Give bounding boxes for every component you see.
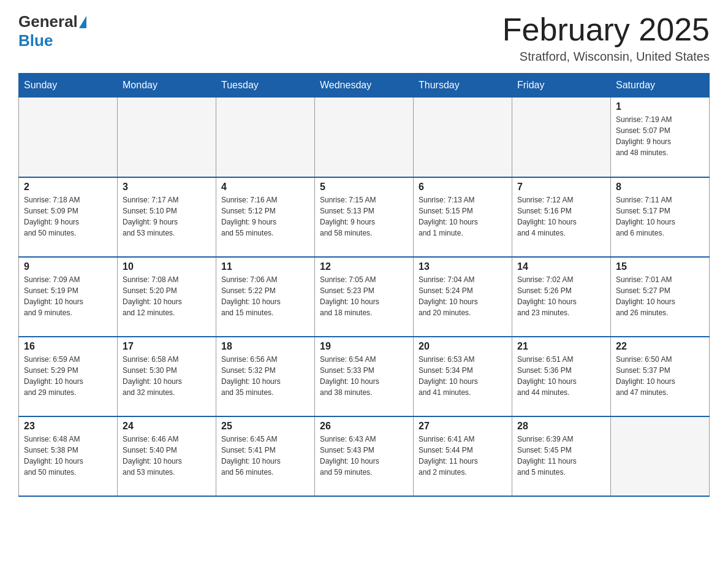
day-number: 6 [419,182,507,193]
day-number: 12 [320,261,408,272]
calendar-cell: 6Sunrise: 7:13 AM Sunset: 5:15 PM Daylig… [414,177,512,257]
header-wednesday: Wednesday [315,74,414,98]
calendar-cell: 13Sunrise: 7:04 AM Sunset: 5:24 PM Dayli… [414,257,512,337]
day-number: 17 [123,341,211,352]
day-number: 1 [616,101,704,112]
header-friday: Friday [512,74,611,98]
day-number: 14 [517,261,605,272]
day-info: Sunrise: 6:48 AM Sunset: 5:38 PM Dayligh… [24,434,112,478]
day-info: Sunrise: 7:09 AM Sunset: 5:19 PM Dayligh… [24,274,112,318]
calendar-cell: 22Sunrise: 6:50 AM Sunset: 5:37 PM Dayli… [611,337,710,416]
day-info: Sunrise: 6:45 AM Sunset: 5:41 PM Dayligh… [221,434,309,478]
day-info: Sunrise: 7:08 AM Sunset: 5:20 PM Dayligh… [123,274,211,318]
logo-general-text: General [18,12,78,31]
calendar-cell: 27Sunrise: 6:41 AM Sunset: 5:44 PM Dayli… [414,416,512,496]
calendar-cell [611,416,710,496]
calendar-cell [315,98,414,177]
header-thursday: Thursday [414,74,512,98]
calendar-cell: 3Sunrise: 7:17 AM Sunset: 5:10 PM Daylig… [118,177,216,257]
day-number: 10 [123,261,211,272]
day-info: Sunrise: 7:16 AM Sunset: 5:12 PM Dayligh… [221,194,309,239]
page-header: General Blue February 2025 Stratford, Wi… [18,12,710,64]
calendar-title: February 2025 [502,12,710,47]
day-info: Sunrise: 6:54 AM Sunset: 5:33 PM Dayligh… [320,354,408,398]
day-info: Sunrise: 7:11 AM Sunset: 5:17 PM Dayligh… [616,194,704,239]
day-number: 26 [320,421,408,432]
calendar-cell: 17Sunrise: 6:58 AM Sunset: 5:30 PM Dayli… [118,337,216,416]
day-number: 2 [24,182,112,193]
calendar-cell [512,98,611,177]
header-sunday: Sunday [19,74,118,98]
day-number: 13 [419,261,507,272]
day-info: Sunrise: 6:51 AM Sunset: 5:36 PM Dayligh… [517,354,605,398]
calendar-week-5: 23Sunrise: 6:48 AM Sunset: 5:38 PM Dayli… [19,416,710,496]
day-info: Sunrise: 7:04 AM Sunset: 5:24 PM Dayligh… [419,274,507,318]
calendar-cell: 19Sunrise: 6:54 AM Sunset: 5:33 PM Dayli… [315,337,414,416]
day-info: Sunrise: 6:50 AM Sunset: 5:37 PM Dayligh… [616,354,704,398]
calendar-cell [414,98,512,177]
logo-triangle-icon [79,16,86,28]
calendar-week-2: 2Sunrise: 7:18 AM Sunset: 5:09 PM Daylig… [19,177,710,257]
calendar-cell: 12Sunrise: 7:05 AM Sunset: 5:23 PM Dayli… [315,257,414,337]
calendar-body: 1Sunrise: 7:19 AM Sunset: 5:07 PM Daylig… [19,98,710,496]
day-number: 7 [517,182,605,193]
calendar-cell [118,98,216,177]
day-info: Sunrise: 7:17 AM Sunset: 5:10 PM Dayligh… [123,194,211,239]
day-number: 3 [123,182,211,193]
day-number: 25 [221,421,309,432]
calendar-cell: 23Sunrise: 6:48 AM Sunset: 5:38 PM Dayli… [19,416,118,496]
calendar-cell: 14Sunrise: 7:02 AM Sunset: 5:26 PM Dayli… [512,257,611,337]
calendar-subtitle: Stratford, Wisconsin, United States [502,50,710,64]
calendar-cell: 20Sunrise: 6:53 AM Sunset: 5:34 PM Dayli… [414,337,512,416]
day-number: 4 [221,182,309,193]
day-number: 18 [221,341,309,352]
day-info: Sunrise: 7:06 AM Sunset: 5:22 PM Dayligh… [221,274,309,318]
calendar-cell: 2Sunrise: 7:18 AM Sunset: 5:09 PM Daylig… [19,177,118,257]
calendar-cell: 21Sunrise: 6:51 AM Sunset: 5:36 PM Dayli… [512,337,611,416]
day-info: Sunrise: 7:12 AM Sunset: 5:16 PM Dayligh… [517,194,605,239]
calendar-week-4: 16Sunrise: 6:59 AM Sunset: 5:29 PM Dayli… [19,337,710,416]
day-info: Sunrise: 7:15 AM Sunset: 5:13 PM Dayligh… [320,194,408,239]
day-number: 8 [616,182,704,193]
calendar-week-1: 1Sunrise: 7:19 AM Sunset: 5:07 PM Daylig… [19,98,710,177]
day-info: Sunrise: 6:58 AM Sunset: 5:30 PM Dayligh… [123,354,211,398]
day-info: Sunrise: 6:43 AM Sunset: 5:43 PM Dayligh… [320,434,408,478]
logo: General Blue [18,12,88,50]
day-number: 16 [24,341,112,352]
day-info: Sunrise: 7:02 AM Sunset: 5:26 PM Dayligh… [517,274,605,318]
day-info: Sunrise: 6:56 AM Sunset: 5:32 PM Dayligh… [221,354,309,398]
calendar-week-3: 9Sunrise: 7:09 AM Sunset: 5:19 PM Daylig… [19,257,710,337]
calendar-cell: 11Sunrise: 7:06 AM Sunset: 5:22 PM Dayli… [216,257,315,337]
day-number: 15 [616,261,704,272]
logo-blue-text: Blue [18,31,53,50]
day-number: 27 [419,421,507,432]
calendar-cell: 5Sunrise: 7:15 AM Sunset: 5:13 PM Daylig… [315,177,414,257]
day-info: Sunrise: 6:46 AM Sunset: 5:40 PM Dayligh… [123,434,211,478]
calendar-header: Sunday Monday Tuesday Wednesday Thursday… [19,74,710,98]
calendar-table: Sunday Monday Tuesday Wednesday Thursday… [18,73,710,497]
day-info: Sunrise: 6:41 AM Sunset: 5:44 PM Dayligh… [419,434,507,478]
calendar-cell: 18Sunrise: 6:56 AM Sunset: 5:32 PM Dayli… [216,337,315,416]
calendar-cell: 16Sunrise: 6:59 AM Sunset: 5:29 PM Dayli… [19,337,118,416]
day-number: 9 [24,261,112,272]
day-number: 24 [123,421,211,432]
header-saturday: Saturday [611,74,710,98]
calendar-cell: 26Sunrise: 6:43 AM Sunset: 5:43 PM Dayli… [315,416,414,496]
calendar-cell: 24Sunrise: 6:46 AM Sunset: 5:40 PM Dayli… [118,416,216,496]
day-number: 28 [517,421,605,432]
calendar-cell: 8Sunrise: 7:11 AM Sunset: 5:17 PM Daylig… [611,177,710,257]
calendar-cell: 9Sunrise: 7:09 AM Sunset: 5:19 PM Daylig… [19,257,118,337]
day-number: 11 [221,261,309,272]
day-number: 5 [320,182,408,193]
day-info: Sunrise: 7:01 AM Sunset: 5:27 PM Dayligh… [616,274,704,318]
calendar-cell: 28Sunrise: 6:39 AM Sunset: 5:45 PM Dayli… [512,416,611,496]
day-number: 19 [320,341,408,352]
header-tuesday: Tuesday [216,74,315,98]
calendar-cell: 10Sunrise: 7:08 AM Sunset: 5:20 PM Dayli… [118,257,216,337]
day-number: 20 [419,341,507,352]
day-info: Sunrise: 7:05 AM Sunset: 5:23 PM Dayligh… [320,274,408,318]
header-monday: Monday [118,74,216,98]
day-number: 21 [517,341,605,352]
day-info: Sunrise: 7:19 AM Sunset: 5:07 PM Dayligh… [616,114,704,158]
day-number: 22 [616,341,704,352]
